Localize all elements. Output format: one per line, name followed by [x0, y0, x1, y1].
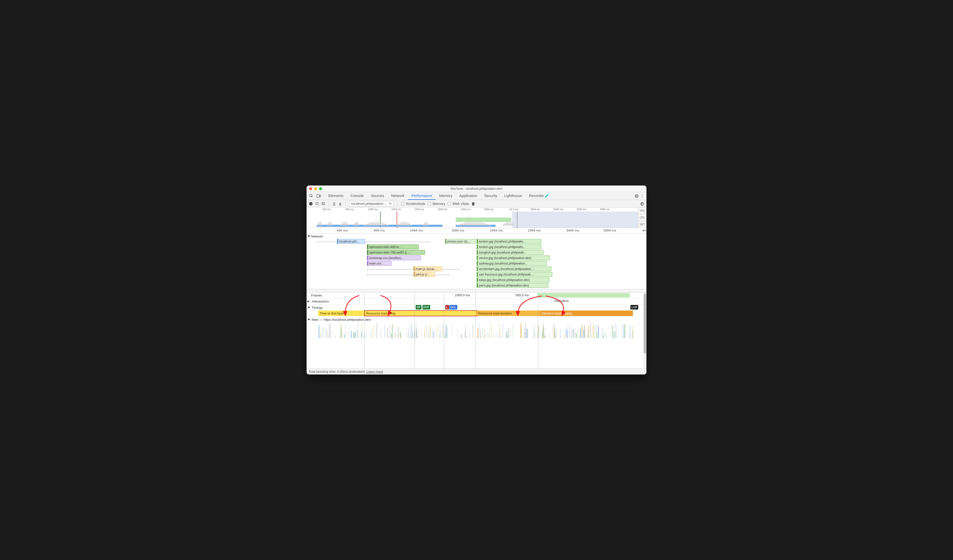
frame-duration: 1050.0 ms — [455, 293, 470, 297]
memory-checkbox[interactable]: Memory — [428, 202, 445, 206]
main-ruler[interactable]: 494 ms994 ms1494 ms1994 ms2494 ms2994 ms… — [307, 228, 646, 234]
webvitals-checkbox[interactable]: Web Vitals — [448, 202, 469, 206]
reload-icon[interactable] — [315, 202, 319, 206]
timing-marker-fcp[interactable]: FCP — [422, 305, 430, 309]
cpu-label: CPU — [638, 214, 646, 221]
timing-marker-l[interactable]: L — [445, 305, 449, 309]
network-request[interactable]: sydney.jpg (localhost.philipwalton... — [477, 261, 546, 266]
settings-icon[interactable] — [635, 194, 638, 198]
network-lane-header[interactable]: Network — [307, 234, 646, 239]
tab-application[interactable]: Application — [456, 192, 481, 200]
network-request[interactable]: main.js (local... — [414, 266, 442, 271]
device-toolbar-icon[interactable] — [315, 192, 323, 200]
devtools-tabstrip: ElementsConsoleSourcesNetworkPerformance… — [307, 192, 646, 200]
tab-recorder[interactable]: Recorder🧪 — [526, 192, 553, 200]
status-bar: Total blocking time: 0.00ms (estimated) … — [307, 368, 646, 374]
timing-bar[interactable]: Element render delay — [540, 311, 633, 316]
tab-elements[interactable]: Elements — [325, 192, 347, 200]
pane-resizer[interactable]: ⋯ — [307, 289, 646, 292]
network-request[interactable]: bootstrap.css (localhos... — [367, 255, 421, 260]
network-request[interactable]: tokyo.jpg (localhost.philipwalton.dev) — [477, 277, 549, 282]
network-waterfall[interactable]: localhost.phi...opensans-latin-400.w...o… — [307, 239, 646, 289]
network-request[interactable]: opensans-latin-400.w... — [367, 244, 419, 249]
collect-garbage-icon[interactable] — [472, 202, 475, 206]
tab-sources[interactable]: Sources — [367, 192, 388, 200]
net-label: NET — [638, 221, 646, 228]
network-request[interactable]: amsterdam.jpg (localhost.philipwalton...… — [477, 266, 551, 271]
network-request[interactable]: venice.jpg (localhost.philipwalton.dev) — [477, 255, 550, 260]
network-request[interactable]: bangkok.jpg (localhost.philipwalt... — [477, 250, 543, 255]
network-request[interactable]: localhost.phi... — [337, 239, 365, 244]
clear-icon[interactable] — [321, 202, 325, 206]
svg-rect-1 — [317, 195, 319, 198]
network-request[interactable]: opensans-latin-700.woff2 (l... — [367, 250, 425, 255]
network-request[interactable]: san-francisco.jpg (localhost.philipwalt.… — [477, 272, 552, 277]
flask-icon: 🧪 — [545, 193, 549, 198]
record-button[interactable] — [309, 202, 313, 206]
frame-duration: 500.0 ms — [515, 293, 529, 297]
performance-toolbar: localhost.philipwalton.... ▼ Screenshots… — [307, 200, 646, 207]
svg-rect-4 — [333, 205, 335, 205]
inspect-element-icon[interactable] — [307, 192, 315, 200]
interactions-lane-header[interactable]: Interactions — [307, 299, 646, 305]
overview-timeline[interactable]: 494 ms994 ms1494 ms1994 ms2494 ms2994 ms… — [307, 207, 646, 228]
svg-rect-5 — [339, 205, 341, 205]
more-icon[interactable]: ⋮ — [640, 194, 644, 198]
tab-performance[interactable]: Performance — [408, 192, 436, 200]
tab-console[interactable]: Console — [347, 192, 367, 200]
flamechart-panel[interactable]: Frames 1050.0 ms500.0 msAnimation Intera… — [307, 292, 646, 368]
network-request[interactable]: london.jpg (localhost.philipwalto... — [477, 244, 541, 249]
traffic-minimize-icon[interactable] — [314, 187, 317, 190]
network-request[interactable]: perf.js (l... — [414, 272, 435, 277]
load-profile-icon[interactable] — [332, 202, 336, 206]
traffic-zoom-icon[interactable] — [319, 187, 322, 190]
network-request[interactable]: photos.json (lo... — [445, 239, 476, 244]
traffic-close-icon[interactable] — [309, 187, 312, 190]
network-request[interactable]: london.jpg (localhost.philipwalto... — [477, 239, 541, 244]
timing-bar[interactable]: Resource load delay — [365, 311, 477, 316]
learn-more-link[interactable]: Learn more — [366, 370, 383, 373]
frames-lane-header[interactable]: Frames 1050.0 ms500.0 msAnimation — [307, 292, 646, 299]
screenshots-checkbox[interactable]: Screenshots — [401, 202, 425, 206]
animation-label: Animation — [554, 299, 569, 303]
timing-bar[interactable]: Time to first byte — [318, 311, 365, 316]
tab-memory[interactable]: Memory — [436, 192, 456, 200]
network-request[interactable]: main.css ... — [367, 261, 392, 266]
vertical-scrollbar[interactable] — [643, 292, 646, 368]
timing-marker-fp[interactable]: FP — [416, 305, 421, 309]
save-profile-icon[interactable] — [338, 202, 342, 206]
timing-marker-lcp[interactable]: LCP — [630, 305, 638, 309]
svg-rect-2 — [320, 195, 321, 197]
tab-security[interactable]: Security — [481, 192, 501, 200]
fps-label: FPS — [638, 207, 646, 214]
timings-lane-header[interactable]: Timings — [307, 305, 646, 311]
capture-settings-icon[interactable] — [640, 202, 644, 206]
blocking-time-label: Total blocking time: 0.00ms (estimated) — [309, 370, 365, 373]
network-request[interactable]: paris.jpg (localhost.philipwalton.dev) — [477, 283, 548, 288]
tab-lighthouse[interactable]: Lighthouse — [501, 192, 526, 200]
main-lane-header[interactable]: Main — https://localhost.philipwalton.de… — [307, 317, 646, 322]
tab-network[interactable]: Network — [388, 192, 408, 200]
window-titlebar: DevTools - localhost.philipwalton.dev/ — [307, 186, 646, 192]
timing-bar[interactable]: Resource load duration — [477, 311, 540, 316]
timing-marker-dcl[interactable]: DCL — [449, 305, 457, 309]
window-title: DevTools - localhost.philipwalton.dev/ — [307, 187, 646, 190]
profile-dropdown[interactable]: localhost.philipwalton.... ▼ — [349, 201, 394, 206]
